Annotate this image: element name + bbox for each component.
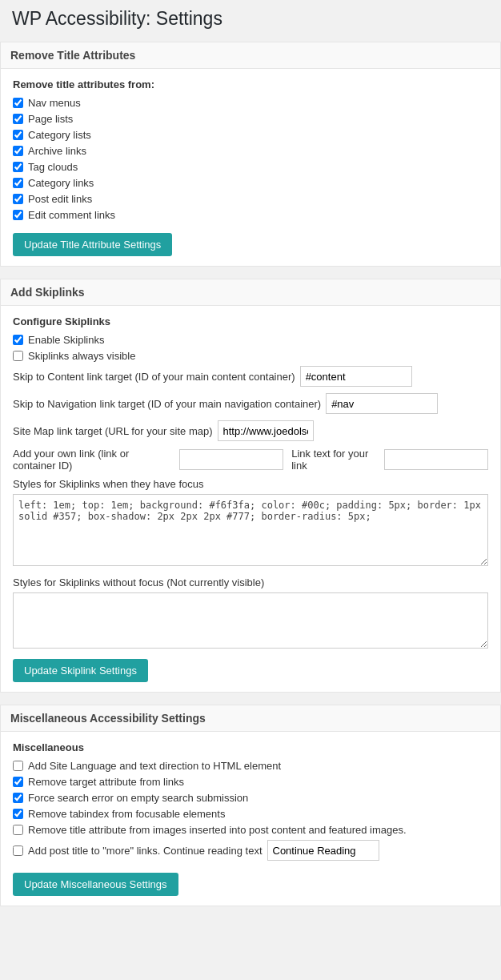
tag-clouds-checkbox[interactable]	[13, 162, 23, 172]
remove-target-checkbox[interactable]	[13, 777, 23, 787]
focus-style-textarea[interactable]: left: 1em; top: 1em; background: #f6f3fa…	[13, 494, 488, 566]
nav-menus-label: Nav menus	[28, 97, 81, 109]
skiplinks-header: Add Skiplinks	[1, 279, 500, 306]
category-links-checkbox[interactable]	[13, 178, 23, 188]
checkbox-archive-links: Archive links	[13, 145, 488, 157]
skip-content-label: Skip to Content link target (ID of your …	[13, 371, 295, 383]
add-site-language-checkbox[interactable]	[13, 761, 23, 771]
checkbox-edit-comment-links: Edit comment links	[13, 209, 488, 221]
checkbox-enable-skiplinks: Enable Skiplinks	[13, 334, 488, 346]
miscellaneous-section: Miscellaneous Accessibility Settings Mis…	[0, 705, 501, 906]
no-focus-style-label: Styles for Skiplinks without focus (Not …	[13, 576, 488, 588]
checkbox-remove-title-images: Remove title attribute from images inser…	[13, 824, 488, 836]
page-title: WP Accessibility: Settings	[0, 0, 501, 42]
remove-title-header: Remove Title Attributes	[1, 42, 500, 69]
category-lists-label: Category lists	[28, 129, 91, 141]
skip-nav-input[interactable]	[326, 393, 438, 414]
enable-skiplinks-label: Enable Skiplinks	[28, 334, 104, 346]
skiplinks-subheader: Configure Skiplinks	[13, 315, 488, 327]
checkbox-category-lists: Category lists	[13, 129, 488, 141]
add-post-title-label: Add post title to "more" links. Continue…	[28, 845, 263, 857]
update-skiplink-button[interactable]: Update Skiplink Settings	[13, 659, 148, 682]
site-map-row: Site Map link target (URL for your site …	[13, 420, 488, 441]
miscellaneous-subheader: Miscellaneous	[13, 741, 488, 753]
remove-title-section: Remove Title Attributes Remove title att…	[0, 42, 501, 267]
nav-menus-checkbox[interactable]	[13, 98, 23, 108]
own-link-label: Add your own link (link or container ID)	[13, 448, 171, 472]
update-title-button[interactable]: Update Title Attribute Settings	[13, 233, 172, 256]
post-edit-links-checkbox[interactable]	[13, 194, 23, 204]
miscellaneous-header: Miscellaneous Accessibility Settings	[1, 705, 500, 732]
checkbox-post-edit-links: Post edit links	[13, 193, 488, 205]
own-link-input[interactable]	[179, 449, 283, 470]
continue-reading-input[interactable]	[267, 840, 379, 861]
add-site-language-label: Add Site Language and text direction to …	[28, 760, 281, 772]
skiplinks-body: Configure Skiplinks Enable Skiplinks Ski…	[1, 306, 500, 692]
skip-content-row: Skip to Content link target (ID of your …	[13, 366, 488, 387]
category-links-label: Category links	[28, 177, 94, 189]
miscellaneous-body: Miscellaneous Add Site Language and text…	[1, 732, 500, 906]
checkbox-nav-menus: Nav menus	[13, 97, 488, 109]
checkbox-page-lists: Page lists	[13, 113, 488, 125]
update-miscellaneous-button[interactable]: Update Miscellaneous Settings	[13, 873, 178, 896]
remove-title-subheader: Remove title attributes from:	[13, 78, 488, 90]
edit-comment-links-checkbox[interactable]	[13, 210, 23, 220]
edit-comment-links-label: Edit comment links	[28, 209, 115, 221]
checkbox-remove-tabindex: Remove tabindex from focusable elements	[13, 808, 488, 820]
checkbox-force-search-error: Force search error on empty search submi…	[13, 792, 488, 804]
remove-target-label: Remove target attribute from links	[28, 776, 184, 788]
add-post-title-row: Add post title to "more" links. Continue…	[13, 840, 488, 861]
remove-tabindex-label: Remove tabindex from focusable elements	[28, 808, 225, 820]
force-search-error-label: Force search error on empty search submi…	[28, 792, 248, 804]
remove-title-images-label: Remove title attribute from images inser…	[28, 824, 407, 836]
skiplinks-always-visible-label: Skiplinks always visible	[28, 350, 135, 362]
skip-nav-label: Skip to Navigation link target (ID of yo…	[13, 398, 321, 410]
post-edit-links-label: Post edit links	[28, 193, 92, 205]
link-text-label: Link text for your link	[291, 448, 376, 472]
checkbox-skiplinks-always-visible: Skiplinks always visible	[13, 350, 488, 362]
own-link-row: Add your own link (link or container ID)…	[13, 448, 488, 472]
site-map-input[interactable]	[218, 420, 314, 441]
site-map-label: Site Map link target (URL for your site …	[13, 425, 213, 437]
page-lists-label: Page lists	[28, 113, 73, 125]
skip-nav-row: Skip to Navigation link target (ID of yo…	[13, 393, 488, 414]
remove-tabindex-checkbox[interactable]	[13, 809, 23, 819]
page-lists-checkbox[interactable]	[13, 114, 23, 124]
remove-title-images-checkbox[interactable]	[13, 825, 23, 835]
remove-title-body: Remove title attributes from: Nav menus …	[1, 69, 500, 266]
no-focus-style-textarea[interactable]	[13, 592, 488, 649]
enable-skiplinks-checkbox[interactable]	[13, 335, 23, 345]
skiplinks-section: Add Skiplinks Configure Skiplinks Enable…	[0, 279, 501, 693]
checkbox-category-links: Category links	[13, 177, 488, 189]
focus-style-label: Styles for Skiplinks when they have focu…	[13, 478, 488, 490]
archive-links-checkbox[interactable]	[13, 146, 23, 156]
skiplinks-always-visible-checkbox[interactable]	[13, 351, 23, 361]
archive-links-label: Archive links	[28, 145, 86, 157]
skip-content-input[interactable]	[300, 366, 412, 387]
link-text-input[interactable]	[384, 449, 488, 470]
checkbox-tag-clouds: Tag clouds	[13, 161, 488, 173]
add-post-title-checkbox[interactable]	[13, 845, 23, 856]
force-search-error-checkbox[interactable]	[13, 793, 23, 803]
tag-clouds-label: Tag clouds	[28, 161, 78, 173]
category-lists-checkbox[interactable]	[13, 130, 23, 140]
checkbox-remove-target: Remove target attribute from links	[13, 776, 488, 788]
checkbox-add-site-language: Add Site Language and text direction to …	[13, 760, 488, 772]
